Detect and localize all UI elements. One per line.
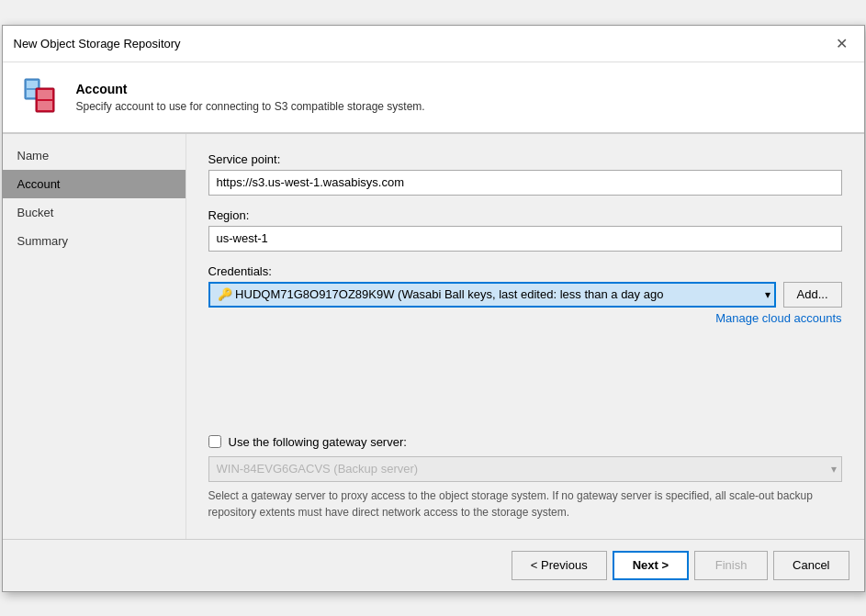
credentials-row: 🔑 HUDQM71G8O917OZ89K9W (Wasabi Ball keys… (208, 282, 842, 308)
sidebar: Name Account Bucket Summary (3, 134, 186, 539)
sidebar-item-account[interactable]: Account (3, 170, 186, 198)
header-text: Account Specify account to use for conne… (76, 82, 425, 113)
footer: < Previous Next > Finish Cancel (3, 539, 864, 591)
main-content: Service point: Region: Credentials: 🔑 HU… (186, 134, 864, 539)
header-icon (17, 75, 62, 119)
service-point-input[interactable] (208, 170, 842, 196)
gateway-checkbox-row: Use the following gateway server: (208, 435, 842, 449)
title-bar: New Object Storage Repository ✕ (3, 26, 864, 62)
region-label: Region: (208, 208, 842, 222)
manage-link-container: Manage cloud accounts (208, 311, 842, 325)
gateway-server-select: WIN-84EVG6GACVS (Backup server) (208, 456, 842, 482)
storage-icon (17, 75, 62, 119)
sidebar-item-name[interactable]: Name (3, 141, 186, 170)
cancel-button[interactable]: Cancel (773, 551, 849, 580)
manage-cloud-accounts-link[interactable]: Manage cloud accounts (715, 311, 841, 325)
svg-rect-1 (27, 81, 38, 88)
region-group: Region: (208, 208, 842, 252)
credentials-select[interactable]: 🔑 HUDQM71G8O917OZ89K9W (Wasabi Ball keys… (208, 282, 776, 308)
gateway-checkbox[interactable] (208, 435, 221, 448)
svg-rect-5 (38, 101, 52, 110)
content-area: Name Account Bucket Summary Service poin… (3, 134, 864, 539)
close-button[interactable]: ✕ (830, 33, 853, 54)
credentials-group: Credentials: 🔑 HUDQM71G8O917OZ89K9W (Was… (208, 264, 842, 325)
region-input[interactable] (208, 226, 842, 252)
next-button[interactable]: Next > (613, 551, 689, 580)
service-point-label: Service point: (208, 152, 842, 166)
header-section: Account Specify account to use for conne… (3, 62, 864, 134)
sidebar-item-bucket[interactable]: Bucket (3, 198, 186, 227)
header-description: Specify account to use for connecting to… (76, 100, 425, 113)
previous-button[interactable]: < Previous (512, 551, 607, 580)
gateway-checkbox-label[interactable]: Use the following gateway server: (229, 435, 407, 449)
credentials-select-wrapper: 🔑 HUDQM71G8O917OZ89K9W (Wasabi Ball keys… (208, 282, 776, 308)
credentials-label: Credentials: (208, 264, 842, 278)
gateway-select-wrapper: WIN-84EVG6GACVS (Backup server) (208, 456, 842, 482)
finish-button[interactable]: Finish (694, 551, 768, 580)
dialog-title: New Object Storage Repository (14, 37, 181, 50)
sidebar-item-summary[interactable]: Summary (3, 227, 186, 255)
header-title: Account (76, 82, 425, 96)
gateway-section: Use the following gateway server: WIN-84… (208, 435, 842, 521)
svg-rect-4 (38, 90, 52, 99)
dialog: New Object Storage Repository ✕ Account … (2, 25, 865, 592)
gateway-hint: Select a gateway server to proxy access … (208, 487, 842, 521)
add-credentials-button[interactable]: Add... (783, 282, 842, 308)
service-point-group: Service point: (208, 152, 842, 196)
